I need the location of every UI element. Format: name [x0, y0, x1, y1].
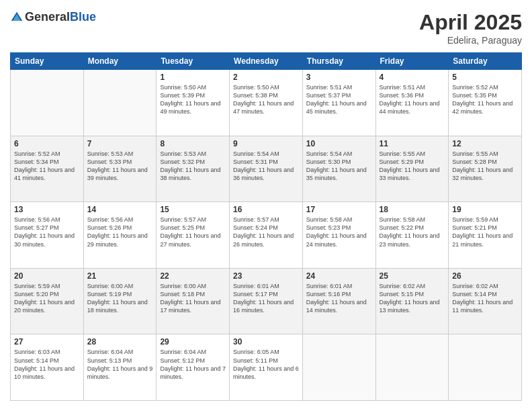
calendar-cell: [302, 334, 375, 401]
calendar-cell: 20 Sunrise: 5:59 AMSunset: 5:20 PMDaylig…: [11, 268, 84, 334]
day-info: Sunrise: 5:50 AMSunset: 5:38 PMDaylight:…: [233, 84, 294, 115]
calendar-cell: 2 Sunrise: 5:50 AMSunset: 5:38 PMDayligh…: [230, 70, 303, 136]
day-info: Sunrise: 5:57 AMSunset: 5:24 PMDaylight:…: [233, 216, 294, 247]
day-info: Sunrise: 5:56 AMSunset: 5:27 PMDaylight:…: [14, 216, 75, 247]
day-info: Sunrise: 6:01 AMSunset: 5:16 PMDaylight:…: [306, 283, 367, 314]
calendar-cell: 24 Sunrise: 6:01 AMSunset: 5:16 PMDaylig…: [302, 268, 375, 334]
day-number: 16: [233, 205, 299, 214]
day-info: Sunrise: 5:55 AMSunset: 5:28 PMDaylight:…: [452, 150, 513, 181]
logo-icon: [10, 11, 24, 24]
calendar-cell: 22 Sunrise: 6:00 AMSunset: 5:18 PMDaylig…: [157, 268, 230, 334]
calendar-cell: 25 Sunrise: 6:02 AMSunset: 5:15 PMDaylig…: [375, 268, 449, 334]
calendar-table: SundayMondayTuesdayWednesdayThursdayFrid…: [10, 52, 522, 401]
calendar-cell: [11, 70, 84, 136]
day-info: Sunrise: 5:53 AMSunset: 5:32 PMDaylight:…: [160, 150, 220, 181]
day-number: 22: [160, 271, 226, 281]
calendar-cell: 5 Sunrise: 5:52 AMSunset: 5:35 PMDayligh…: [449, 70, 522, 136]
day-number: 3: [306, 73, 372, 82]
day-number: 8: [160, 139, 226, 148]
location-title: Edelira, Paraguay: [419, 35, 522, 46]
logo-blue: Blue: [70, 10, 96, 24]
day-info: Sunrise: 5:56 AMSunset: 5:26 PMDaylight:…: [87, 216, 148, 247]
day-number: 10: [306, 139, 372, 148]
calendar-cell: 30 Sunrise: 6:05 AMSunset: 5:11 PMDaylig…: [230, 334, 303, 401]
day-info: Sunrise: 5:51 AMSunset: 5:37 PMDaylight:…: [306, 84, 367, 115]
day-number: 17: [306, 205, 372, 214]
calendar-cell: 27 Sunrise: 6:03 AMSunset: 5:14 PMDaylig…: [11, 334, 84, 401]
col-header-friday: Friday: [375, 53, 449, 70]
day-number: 14: [87, 205, 153, 214]
day-number: 23: [233, 271, 299, 281]
day-info: Sunrise: 6:00 AMSunset: 5:19 PMDaylight:…: [87, 283, 148, 314]
day-number: 13: [14, 205, 80, 214]
day-number: 26: [452, 271, 518, 281]
calendar-cell: [375, 334, 449, 401]
calendar-cell: 9 Sunrise: 5:54 AMSunset: 5:31 PMDayligh…: [230, 136, 303, 202]
col-header-tuesday: Tuesday: [157, 53, 230, 70]
day-number: 27: [14, 337, 80, 347]
calendar-cell: 18 Sunrise: 5:58 AMSunset: 5:22 PMDaylig…: [375, 202, 449, 269]
day-number: 6: [14, 139, 80, 148]
day-info: Sunrise: 5:52 AMSunset: 5:35 PMDaylight:…: [452, 84, 513, 115]
calendar-cell: 17 Sunrise: 5:58 AMSunset: 5:23 PMDaylig…: [302, 202, 375, 269]
day-number: 15: [160, 205, 226, 214]
day-info: Sunrise: 6:01 AMSunset: 5:17 PMDaylight:…: [233, 283, 294, 314]
calendar-cell: 29 Sunrise: 6:04 AMSunset: 5:12 PMDaylig…: [157, 334, 230, 401]
col-header-thursday: Thursday: [302, 53, 375, 70]
day-number: 9: [233, 139, 299, 148]
day-number: 7: [87, 139, 153, 148]
day-info: Sunrise: 5:54 AMSunset: 5:31 PMDaylight:…: [233, 150, 294, 181]
calendar-cell: 13 Sunrise: 5:56 AMSunset: 5:27 PMDaylig…: [11, 202, 84, 269]
day-info: Sunrise: 5:55 AMSunset: 5:29 PMDaylight:…: [380, 150, 440, 181]
day-number: 30: [233, 337, 299, 347]
calendar-cell: 14 Sunrise: 5:56 AMSunset: 5:26 PMDaylig…: [83, 202, 157, 269]
day-number: 25: [380, 271, 445, 281]
day-info: Sunrise: 6:02 AMSunset: 5:15 PMDaylight:…: [380, 283, 440, 314]
day-info: Sunrise: 5:54 AMSunset: 5:30 PMDaylight:…: [306, 150, 367, 181]
calendar-cell: 3 Sunrise: 5:51 AMSunset: 5:37 PMDayligh…: [302, 70, 375, 136]
day-info: Sunrise: 5:53 AMSunset: 5:33 PMDaylight:…: [87, 150, 148, 181]
col-header-wednesday: Wednesday: [230, 53, 303, 70]
day-number: 24: [306, 271, 372, 281]
day-number: 20: [14, 271, 80, 281]
day-number: 4: [380, 73, 445, 82]
day-info: Sunrise: 5:50 AMSunset: 5:39 PMDaylight:…: [160, 84, 220, 115]
calendar-cell: 12 Sunrise: 5:55 AMSunset: 5:28 PMDaylig…: [449, 136, 522, 202]
header: General Blue April 2025 Edelira, Paragua…: [10, 10, 522, 46]
calendar-cell: [449, 334, 522, 401]
day-info: Sunrise: 6:04 AMSunset: 5:13 PMDaylight:…: [87, 349, 153, 379]
calendar-cell: [83, 70, 157, 136]
calendar-cell: 21 Sunrise: 6:00 AMSunset: 5:19 PMDaylig…: [83, 268, 157, 334]
title-block: April 2025 Edelira, Paraguay: [419, 10, 522, 46]
calendar-cell: 23 Sunrise: 6:01 AMSunset: 5:17 PMDaylig…: [230, 268, 303, 334]
calendar-cell: 26 Sunrise: 6:02 AMSunset: 5:14 PMDaylig…: [449, 268, 522, 334]
col-header-saturday: Saturday: [449, 53, 522, 70]
calendar-cell: 11 Sunrise: 5:55 AMSunset: 5:29 PMDaylig…: [375, 136, 449, 202]
calendar-cell: 28 Sunrise: 6:04 AMSunset: 5:13 PMDaylig…: [83, 334, 157, 401]
day-info: Sunrise: 5:51 AMSunset: 5:36 PMDaylight:…: [380, 84, 440, 115]
day-info: Sunrise: 6:05 AMSunset: 5:11 PMDaylight:…: [233, 349, 299, 379]
page: General Blue April 2025 Edelira, Paragua…: [0, 0, 532, 411]
calendar-cell: 16 Sunrise: 5:57 AMSunset: 5:24 PMDaylig…: [230, 202, 303, 269]
day-number: 11: [380, 139, 445, 148]
calendar-cell: 19 Sunrise: 5:59 AMSunset: 5:21 PMDaylig…: [449, 202, 522, 269]
day-number: 29: [160, 337, 226, 347]
calendar-cell: 4 Sunrise: 5:51 AMSunset: 5:36 PMDayligh…: [375, 70, 449, 136]
day-info: Sunrise: 5:59 AMSunset: 5:21 PMDaylight:…: [452, 216, 513, 247]
calendar-cell: 7 Sunrise: 5:53 AMSunset: 5:33 PMDayligh…: [83, 136, 157, 202]
col-header-sunday: Sunday: [11, 53, 84, 70]
col-header-monday: Monday: [83, 53, 157, 70]
day-number: 28: [87, 337, 153, 347]
logo-general: General: [25, 10, 70, 24]
day-info: Sunrise: 6:00 AMSunset: 5:18 PMDaylight:…: [160, 283, 220, 314]
day-number: 18: [380, 205, 445, 214]
day-number: 1: [160, 73, 226, 82]
calendar-cell: 1 Sunrise: 5:50 AMSunset: 5:39 PMDayligh…: [157, 70, 230, 136]
month-title: April 2025: [419, 10, 522, 35]
calendar-cell: 8 Sunrise: 5:53 AMSunset: 5:32 PMDayligh…: [157, 136, 230, 202]
calendar-cell: 15 Sunrise: 5:57 AMSunset: 5:25 PMDaylig…: [157, 202, 230, 269]
calendar-cell: 6 Sunrise: 5:52 AMSunset: 5:34 PMDayligh…: [11, 136, 84, 202]
day-info: Sunrise: 6:02 AMSunset: 5:14 PMDaylight:…: [452, 283, 513, 314]
day-number: 21: [87, 271, 153, 281]
day-number: 12: [452, 139, 518, 148]
